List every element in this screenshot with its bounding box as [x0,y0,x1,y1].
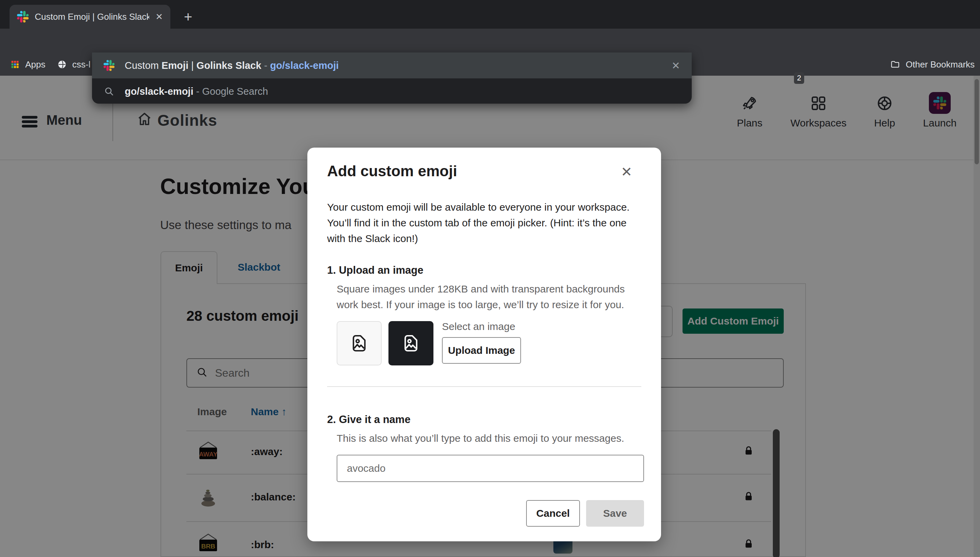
step2-heading: 2. Give it a name [327,414,411,426]
step2-description: This is also what you’ll type to add thi… [336,430,647,446]
tab-title: Custom Emoji | Golinks Slack [35,11,149,22]
modal-divider [327,386,641,387]
browser-tab[interactable]: Custom Emoji | Golinks Slack ✕ [10,5,171,29]
emoji-name-input[interactable] [336,455,644,482]
suggestion-query: go/slack-emoji [125,86,193,97]
save-label: Save [603,508,627,519]
browser-toolbar: go/slack-emoji {…} SAML ••• ** 2 ⋮ [0,29,980,53]
suggestion-remove-icon[interactable]: ✕ [671,60,680,72]
slack-favicon [104,60,114,71]
emoji-preview-light [336,321,382,365]
cancel-button[interactable]: Cancel [526,500,580,527]
other-bookmarks[interactable]: Other Bookmarks [890,53,975,76]
tab-close-icon[interactable]: ✕ [155,11,163,22]
suggestion-url: go/slack-emoji [270,60,339,71]
upload-image-button[interactable]: Upload Image [442,337,521,364]
folder-icon [890,59,900,70]
suggestion-part: | [189,60,197,71]
search-icon [104,86,114,97]
suggestion-text: go/slack-emoji - Google Search [125,86,268,97]
upload-image-label: Upload Image [448,345,515,356]
suggestion-row-search[interactable]: go/slack-emoji - Google Search [92,78,692,104]
browser-tab-strip: Custom Emoji | Golinks Slack ✕ + [0,0,980,29]
globe-icon [57,60,67,69]
cancel-label: Cancel [536,508,570,519]
lastpass-badge: 2 [794,72,804,84]
suggestion-engine: Google Search [202,86,268,97]
bookmark-label: css-l [72,59,90,70]
image-placeholder-icon [400,333,421,354]
suggestion-part: Emoji [161,60,189,71]
bookmark-apps[interactable]: Apps [10,53,46,76]
suggestion-separator: - [264,60,268,71]
step1-heading: 1. Upload an image [327,264,424,277]
screen: Menu Golinks Plans Workspaces [0,0,980,557]
omnibox-dropdown: Custom Emoji | Golinks Slack - go/slack-… [92,52,692,104]
close-icon[interactable]: ✕ [621,164,632,180]
save-button[interactable]: Save [586,500,644,527]
select-image-label: Select an image [442,321,515,332]
suggestion-separator: - [196,86,200,97]
apps-grid-icon [10,60,20,69]
bookmark-css[interactable]: css-l [57,53,90,76]
modal-intro: Your custom emoji will be available to e… [327,199,644,246]
add-custom-emoji-modal: Add custom emoji ✕ Your custom emoji wil… [307,148,661,541]
step1-description: Square images under 128KB and with trans… [336,281,647,313]
suggestion-part: Custom [125,60,161,71]
suggestion-part: Golinks Slack [197,60,262,71]
emoji-preview-dark [388,321,434,365]
slack-favicon [17,11,29,23]
image-placeholder-icon [349,333,370,354]
suggestion-row-slack[interactable]: Custom Emoji | Golinks Slack - go/slack-… [92,52,692,78]
suggestion-text: Custom Emoji | Golinks Slack - go/slack-… [125,60,339,71]
modal-title: Add custom emoji [327,163,457,180]
bookmark-label: Other Bookmarks [906,59,975,70]
new-tab-button[interactable]: + [180,9,196,25]
bookmark-label: Apps [25,59,46,70]
